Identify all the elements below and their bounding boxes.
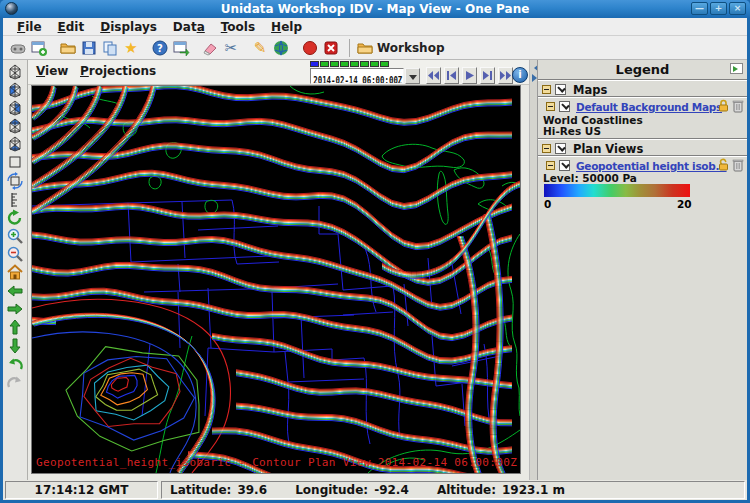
ruler-icon[interactable] — [6, 191, 24, 209]
open-folder-icon[interactable] — [58, 38, 78, 58]
maps-section-label: Maps — [573, 83, 607, 97]
menu-data[interactable]: Data — [165, 20, 213, 34]
trash-icon[interactable] — [732, 99, 744, 113]
stop-icon[interactable] — [321, 38, 341, 58]
time-combo[interactable]: 2014-02-14 06:00:00Z — [310, 68, 404, 84]
trash-icon[interactable] — [732, 158, 744, 172]
animation-properties-button[interactable]: i — [512, 67, 528, 83]
cube-left-icon[interactable] — [6, 80, 24, 98]
float-legend-icon[interactable] — [730, 63, 743, 74]
minimize-button[interactable]: — — [691, 2, 708, 15]
map-canvas[interactable]: Geopotential_height_isobaric - Contour P… — [31, 85, 521, 474]
new-window-icon[interactable] — [29, 38, 49, 58]
unlock-icon[interactable] — [717, 158, 730, 171]
menu-file[interactable]: File — [9, 20, 50, 34]
collapse-maps-icon[interactable] — [542, 85, 551, 94]
geopotential-checkbox[interactable] — [559, 160, 570, 171]
collapse-geopotential-icon[interactable] — [546, 161, 555, 170]
colorbar-min: 0 — [544, 198, 551, 210]
collapse-plan-views-icon[interactable] — [542, 144, 551, 153]
anim-step[interactable] — [340, 61, 349, 67]
plan-views-section-label: Plan Views — [573, 142, 643, 156]
cut-icon[interactable]: ✂ — [221, 38, 241, 58]
refresh-icon[interactable] — [6, 209, 24, 227]
anim-step[interactable] — [360, 61, 369, 67]
altitude-label: Altitude: — [437, 483, 496, 497]
play-button[interactable] — [462, 67, 477, 84]
anim-step[interactable] — [330, 61, 339, 67]
globe-icon[interactable] — [271, 38, 291, 58]
pan-right-icon[interactable] — [6, 300, 24, 318]
time-combo-arrow[interactable] — [405, 68, 420, 84]
longitude-label: Longitude: — [295, 483, 368, 497]
help-icon[interactable]: ? — [150, 38, 170, 58]
legend-title: Legend — [538, 60, 747, 79]
default-maps-link[interactable]: Default Background Maps — [576, 101, 722, 113]
main-area: View Projections 2014-02-14 06:00:00Z i — [3, 60, 747, 480]
eraser-icon[interactable] — [200, 38, 220, 58]
anim-step[interactable] — [380, 61, 389, 67]
plan-views-visibility-checkbox[interactable] — [555, 143, 566, 154]
anim-step[interactable] — [320, 61, 329, 67]
redo-icon[interactable] — [6, 374, 24, 392]
anim-step[interactable] — [370, 61, 379, 67]
menu-help[interactable]: Help — [263, 20, 310, 34]
close-button[interactable]: × — [729, 2, 746, 15]
anim-step[interactable] — [310, 61, 319, 67]
perspective-cube-icon[interactable] — [6, 62, 24, 80]
save-icon[interactable] — [79, 38, 99, 58]
cube-bottom-icon[interactable] — [6, 134, 24, 152]
edit-pencil-icon[interactable]: ✎ — [250, 38, 270, 58]
menu-displays[interactable]: Displays — [92, 20, 165, 34]
rewind-button[interactable] — [426, 67, 441, 84]
home-icon[interactable] — [6, 263, 24, 281]
maximize-button[interactable]: + — [710, 2, 727, 15]
map-panel-menubar: View Projections 2014-02-14 06:00:00Z i — [28, 60, 529, 85]
animation-timeline[interactable] — [310, 61, 389, 67]
undo-icon[interactable] — [6, 356, 24, 374]
position-display: Latitude:39.6 Longitude:-92.4 Altitude:1… — [161, 481, 745, 499]
step-forward-button[interactable] — [480, 67, 495, 84]
colorbar[interactable] — [544, 184, 690, 197]
fast-forward-button[interactable] — [498, 67, 513, 84]
statusbar: 17:14:12 GMT Latitude:39.6 Longitude:-92… — [3, 480, 747, 500]
export-window-icon[interactable] — [171, 38, 191, 58]
pan-left-icon[interactable] — [6, 282, 24, 300]
favorites-star-icon[interactable]: ★ — [121, 38, 141, 58]
split-divider[interactable] — [529, 60, 537, 480]
square-2d-icon[interactable] — [6, 153, 24, 171]
pan-up-icon[interactable] — [6, 318, 24, 336]
menu-view[interactable]: View — [36, 64, 68, 78]
menu-projections[interactable]: Projections — [80, 64, 156, 78]
altitude-value: 1923.1 m — [502, 483, 565, 497]
longitude-value: -92.4 — [374, 483, 409, 497]
cube-right-icon[interactable] — [6, 98, 24, 116]
cube-top-icon[interactable] — [6, 116, 24, 134]
level-label: Level: 50000 Pa — [543, 172, 637, 184]
toolbar: ★ ? ✂ ✎ Workshop — [3, 36, 747, 60]
record-icon[interactable] — [300, 38, 320, 58]
default-maps-checkbox[interactable] — [559, 101, 570, 112]
zoom-out-icon[interactable] — [6, 245, 24, 263]
step-back-button[interactable] — [444, 67, 459, 84]
dashboard-icon[interactable] — [8, 38, 28, 58]
menu-edit[interactable]: Edit — [50, 20, 93, 34]
workshop-button[interactable]: Workshop — [357, 41, 444, 55]
geopotential-link[interactable]: Geopotential height isob... — [576, 160, 727, 172]
map-annotation: Geopotential_height_isobaric - Contour P… — [36, 456, 517, 469]
lock-icon[interactable] — [717, 99, 730, 112]
clock-display: 17:14:12 GMT — [5, 481, 158, 499]
copy-icon[interactable] — [100, 38, 120, 58]
menu-tools[interactable]: Tools — [213, 20, 263, 34]
maps-visibility-checkbox[interactable] — [555, 84, 566, 95]
legend-header: Legend — [538, 60, 747, 79]
rotate-view-icon[interactable] — [6, 172, 24, 190]
pan-down-icon[interactable] — [6, 337, 24, 355]
zoom-in-icon[interactable] — [6, 227, 24, 245]
map-panel: View Projections 2014-02-14 06:00:00Z i — [28, 60, 529, 480]
collapse-default-maps-icon[interactable] — [546, 102, 555, 111]
workshop-label: Workshop — [377, 41, 444, 55]
anim-step[interactable] — [350, 61, 359, 67]
colorbar-max: 20 — [677, 198, 692, 210]
app-icon — [5, 2, 18, 15]
